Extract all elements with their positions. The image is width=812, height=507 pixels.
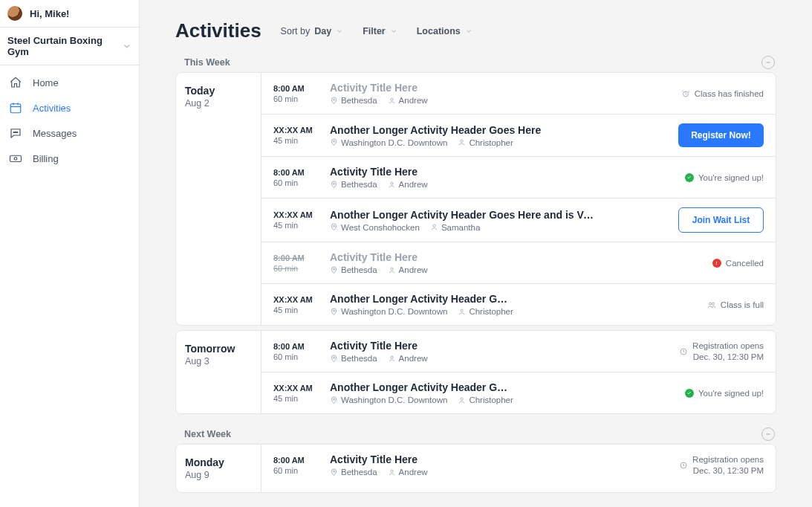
check-circle-icon: [685, 173, 694, 182]
sidebar-item-billing[interactable]: Billing: [0, 146, 139, 171]
action: Registration opensDec. 30, 12:30 PM: [678, 454, 764, 477]
svg-point-14: [461, 140, 463, 142]
activity-info: Another Longer Activity Header Goes Here…: [330, 124, 666, 147]
day-date: Aug 3: [185, 356, 252, 366]
section-title: This Week: [184, 57, 230, 68]
day-label: Monday: [185, 456, 252, 468]
activity-title: Another Longer Activity Header G…: [330, 293, 597, 305]
page-header: Activities Sort by Day Filter Locations: [175, 19, 776, 42]
svg-point-17: [333, 225, 334, 227]
day-date: Aug 2: [185, 98, 252, 109]
duration: 45 min: [273, 221, 318, 230]
person-icon: [388, 355, 396, 363]
location: Bethesda: [330, 96, 377, 105]
instructor: Christopher: [458, 395, 513, 404]
location-pin-icon: [330, 138, 338, 146]
clock-icon: [679, 347, 688, 356]
section-header: Next Week: [175, 427, 776, 444]
nav-label: Activities: [33, 103, 71, 114]
location-pin-icon: [330, 223, 338, 231]
status-signed-up: You're signed up!: [685, 173, 764, 182]
activity-info: Another Longer Activity Header G…Washing…: [330, 381, 666, 404]
locations-label: Locations: [417, 26, 461, 36]
sort-dropdown[interactable]: Sort by Day: [281, 26, 344, 36]
join-waitlist-button[interactable]: Join Wait List: [678, 207, 764, 233]
duration: 60 min: [273, 94, 318, 103]
activity-row[interactable]: 8:00 AM60 minActivity Title HereBethesda…: [262, 445, 776, 485]
sort-value: Day: [314, 26, 331, 36]
time-block: 8:00 AM60 min: [273, 254, 318, 273]
action: Registration opensDec. 30, 12:30 PM: [678, 340, 764, 363]
day-label: Tomorrow: [185, 343, 252, 355]
person-icon: [430, 223, 438, 231]
activity-row[interactable]: 8:00 AM60 minActivity Title HereBethesda…: [262, 156, 776, 198]
check-circle-icon: [685, 389, 694, 398]
person-icon: [458, 308, 466, 316]
alert-circle-icon: [712, 259, 721, 268]
location-pin-icon: [330, 308, 338, 316]
action: Cancelled: [678, 259, 764, 268]
day-sidebar: TomorrowAug 3: [176, 331, 262, 413]
filter-label: Filter: [363, 26, 386, 36]
activity-info: Another Longer Activity Header G…Washing…: [330, 293, 666, 316]
collapse-button[interactable]: [761, 427, 775, 441]
status-opens: Registration opensDec. 30, 12:30 PM: [679, 340, 764, 363]
activity-title: Activity Title Here: [330, 251, 597, 263]
instructor: Christopher: [458, 138, 513, 147]
locations-dropdown[interactable]: Locations: [417, 26, 472, 36]
avatar: [7, 6, 22, 21]
user-row[interactable]: Hi, Mike!: [0, 0, 139, 28]
duration: 60 min: [273, 352, 318, 361]
time-block: XX:XX AM45 min: [273, 295, 318, 314]
action: You're signed up!: [678, 173, 764, 182]
duration: 60 min: [273, 264, 318, 273]
sidebar-item-activities[interactable]: Activities: [0, 95, 139, 120]
time-block: XX:XX AM45 min: [273, 126, 318, 145]
gym-selector[interactable]: Steel Curtain Boxing Gym: [0, 28, 139, 65]
activity-title: Activity Title Here: [330, 166, 597, 178]
svg-point-5: [15, 132, 16, 132]
time-block: XX:XX AM45 min: [273, 384, 318, 403]
activity-row[interactable]: 8:00 AM60 minActivity Title HereBethesda…: [262, 242, 776, 283]
svg-point-24: [461, 309, 463, 311]
sidebar-item-messages[interactable]: Messages: [0, 120, 139, 146]
sidebar: Hi, Mike! Steel Curtain Boxing Gym Home …: [0, 0, 140, 507]
clock-icon: [679, 461, 688, 470]
person-icon: [458, 396, 466, 404]
duration: 60 min: [273, 466, 318, 475]
activity-row[interactable]: 8:00 AM60 minActivity Title HereBethesda…: [262, 73, 776, 114]
person-icon: [388, 266, 396, 274]
svg-point-18: [433, 225, 435, 227]
time: XX:XX AM: [273, 126, 318, 135]
duration: 45 min: [273, 136, 318, 145]
activity-row[interactable]: XX:XX AM45 minAnother Longer Activity He…: [262, 372, 776, 413]
location-pin-icon: [330, 355, 338, 363]
person-icon: [458, 138, 466, 146]
duration: 60 min: [273, 178, 318, 187]
activity-row[interactable]: XX:XX AM45 minAnother Longer Activity He…: [262, 198, 776, 242]
activity-info: Activity Title HereBethesdaAndrew: [330, 166, 666, 189]
activity-title: Another Longer Activity Header G…: [330, 381, 597, 393]
action: Join Wait List: [678, 207, 764, 233]
time: 8:00 AM: [273, 168, 318, 177]
activity-info: Activity Title HereBethesdaAndrew: [330, 453, 666, 477]
register-button[interactable]: Register Now!: [678, 123, 764, 147]
action: Class is full: [678, 300, 764, 309]
page-title: Activities: [175, 19, 262, 42]
status-signed-up: You're signed up!: [685, 389, 764, 398]
collapse-button[interactable]: [761, 56, 775, 69]
filter-dropdown[interactable]: Filter: [363, 26, 397, 36]
location-pin-icon: [330, 97, 338, 105]
instructor: Andrew: [388, 96, 428, 105]
action: You're signed up!: [678, 389, 764, 398]
activity-row[interactable]: 8:00 AM60 minActivity Title HereBethesda…: [262, 331, 776, 372]
day-sidebar: MondayAug 9: [176, 445, 262, 492]
sidebar-item-home[interactable]: Home: [0, 70, 139, 95]
section-header: This Week: [175, 56, 776, 72]
time-block: 8:00 AM60 min: [273, 342, 318, 361]
activity-row[interactable]: XX:XX AM45 minAnother Longer Activity He…: [262, 114, 776, 156]
time: 8:00 AM: [273, 84, 318, 93]
svg-point-25: [709, 303, 711, 305]
svg-point-26: [712, 303, 714, 305]
activity-row[interactable]: XX:XX AM45 minAnother Longer Activity He…: [262, 283, 776, 325]
